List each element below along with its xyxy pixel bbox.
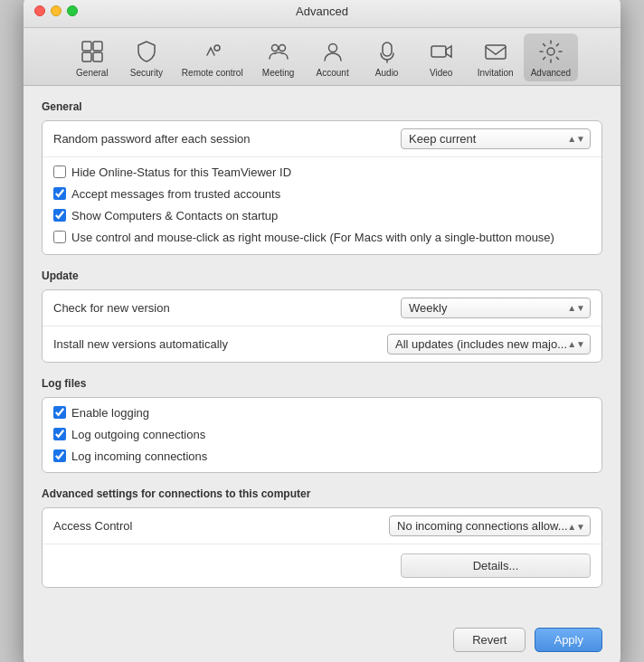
- security-icon: [132, 37, 161, 66]
- svg-rect-0: [82, 42, 91, 51]
- account-label: Account: [317, 68, 349, 78]
- advanced-icon: [536, 37, 565, 66]
- svg-rect-9: [431, 46, 446, 57]
- general-icon: [78, 37, 107, 66]
- use-control-label: Use control and mouse-click as right mou…: [71, 230, 554, 246]
- check-for-version-row: Check for new version Weekly Daily Month…: [43, 290, 601, 326]
- toolbar-item-security[interactable]: Security: [120, 33, 173, 81]
- checkbox-use-control: Use control and mouse-click as right mou…: [53, 230, 591, 246]
- advanced-settings-box: Access Control No incoming connections a…: [42, 507, 602, 588]
- svg-rect-1: [93, 42, 102, 51]
- invitation-icon: [481, 37, 510, 66]
- minimize-button[interactable]: [51, 5, 62, 16]
- log-checkboxes: Enable logging Log outgoing connections …: [43, 398, 601, 473]
- audio-label: Audio: [375, 68, 399, 78]
- svg-point-5: [271, 44, 278, 51]
- revert-button[interactable]: Revert: [453, 628, 526, 652]
- window-title: Advanced: [296, 5, 348, 18]
- install-versions-row: Install new versions automatically All u…: [43, 326, 601, 362]
- remote-control-icon: [198, 37, 227, 66]
- log-incoming-label: Log incoming connections: [71, 449, 207, 465]
- toolbar-item-general[interactable]: General: [66, 33, 118, 81]
- traffic-lights: [34, 5, 78, 16]
- check-version-label: Check for new version: [53, 301, 170, 315]
- general-section-box: Random password after each session Keep …: [42, 120, 602, 255]
- update-section-title: Update: [42, 270, 602, 282]
- svg-point-4: [214, 45, 220, 51]
- checkbox-enable-logging: Enable logging: [53, 405, 591, 421]
- log-outgoing-label: Log outgoing connections: [71, 427, 205, 443]
- show-computers-checkbox[interactable]: [53, 209, 66, 222]
- meeting-label: Meeting: [262, 68, 295, 78]
- check-version-select-wrapper: Weekly Daily Monthly Never ▲▼: [401, 298, 591, 318]
- random-password-select-wrapper: Keep current Generate new Disable ▲▼: [401, 128, 591, 149]
- install-versions-select-wrapper: All updates (includes new majo... Securi…: [387, 334, 591, 355]
- enable-logging-label: Enable logging: [71, 405, 149, 421]
- update-section: Update Check for new version Weekly Dail…: [42, 270, 602, 363]
- toolbar-item-advanced[interactable]: Advanced: [524, 33, 578, 81]
- hide-online-checkbox[interactable]: [53, 166, 66, 178]
- log-files-section: Log files Enable logging Log outgoing co…: [42, 377, 602, 474]
- general-label: General: [76, 68, 109, 78]
- random-password-select[interactable]: Keep current Generate new Disable: [401, 128, 591, 149]
- svg-point-6: [279, 44, 285, 51]
- random-password-row: Random password after each session Keep …: [43, 121, 601, 157]
- main-content: General Random password after each sessi…: [24, 86, 620, 617]
- access-control-row: Access Control No incoming connections a…: [43, 508, 601, 544]
- svg-rect-3: [93, 52, 102, 61]
- details-row: Details...: [43, 544, 601, 587]
- video-icon: [427, 37, 456, 66]
- toolbar-item-remote-control[interactable]: Remote control: [175, 33, 251, 81]
- advanced-label: Advanced: [531, 68, 571, 78]
- log-files-box: Enable logging Log outgoing connections …: [42, 397, 602, 474]
- checkbox-log-outgoing: Log outgoing connections: [53, 427, 591, 443]
- checkbox-log-incoming: Log incoming connections: [53, 449, 591, 465]
- checkbox-accept-messages: Accept messages from trusted accounts: [53, 186, 591, 203]
- general-section: General Random password after each sessi…: [42, 100, 602, 255]
- toolbar-item-video[interactable]: Video: [415, 33, 468, 81]
- show-computers-label: Show Computers & Contacts on startup: [71, 208, 278, 224]
- accept-messages-label: Accept messages from trusted accounts: [71, 186, 280, 203]
- maximize-button[interactable]: [67, 5, 78, 16]
- general-section-title: General: [42, 100, 602, 113]
- accept-messages-checkbox[interactable]: [53, 187, 66, 200]
- random-password-label: Random password after each session: [53, 132, 251, 146]
- svg-point-11: [547, 48, 554, 55]
- advanced-settings-title: Advanced settings for connections to thi…: [42, 487, 602, 500]
- log-files-title: Log files: [42, 377, 602, 390]
- main-window: Advanced General Security: [24, 0, 620, 662]
- access-control-select-wrapper: No incoming connections allow... Full ac…: [389, 515, 591, 536]
- meeting-icon: [264, 37, 293, 66]
- titlebar: Advanced: [24, 0, 620, 28]
- svg-rect-10: [486, 45, 506, 59]
- checkbox-hide-online: Hide Online-Status for this TeamViewer I…: [53, 165, 591, 181]
- enable-logging-checkbox[interactable]: [53, 406, 66, 419]
- checkbox-show-computers: Show Computers & Contacts on startup: [53, 208, 591, 224]
- access-control-select[interactable]: No incoming connections allow... Full ac…: [389, 515, 591, 536]
- log-incoming-checkbox[interactable]: [53, 449, 66, 462]
- toolbar-item-audio[interactable]: Audio: [361, 33, 413, 81]
- log-outgoing-checkbox[interactable]: [53, 428, 66, 440]
- svg-point-7: [328, 43, 336, 52]
- hide-online-label: Hide Online-Status for this TeamViewer I…: [71, 165, 291, 181]
- general-checkboxes: Hide Online-Status for this TeamViewer I…: [43, 157, 601, 254]
- security-label: Security: [130, 68, 163, 78]
- video-label: Video: [430, 68, 452, 78]
- remote-control-label: Remote control: [182, 68, 243, 78]
- update-section-box: Check for new version Weekly Daily Month…: [42, 289, 602, 363]
- bottom-buttons: Revert Apply: [24, 617, 620, 662]
- check-version-select[interactable]: Weekly Daily Monthly Never: [401, 298, 591, 318]
- toolbar-item-meeting[interactable]: Meeting: [252, 33, 305, 81]
- close-button[interactable]: [34, 5, 45, 16]
- audio-icon: [373, 37, 402, 66]
- toolbar-item-invitation[interactable]: Invitation: [469, 33, 522, 81]
- details-button[interactable]: Details...: [401, 553, 591, 578]
- apply-button[interactable]: Apply: [535, 628, 602, 652]
- toolbar: General Security Remote control: [24, 28, 620, 86]
- invitation-label: Invitation: [478, 68, 514, 78]
- use-control-checkbox[interactable]: [53, 231, 66, 243]
- install-versions-select[interactable]: All updates (includes new majo... Securi…: [387, 334, 591, 355]
- toolbar-item-account[interactable]: Account: [307, 33, 359, 81]
- account-icon: [318, 37, 347, 66]
- install-versions-label: Install new versions automatically: [53, 337, 228, 351]
